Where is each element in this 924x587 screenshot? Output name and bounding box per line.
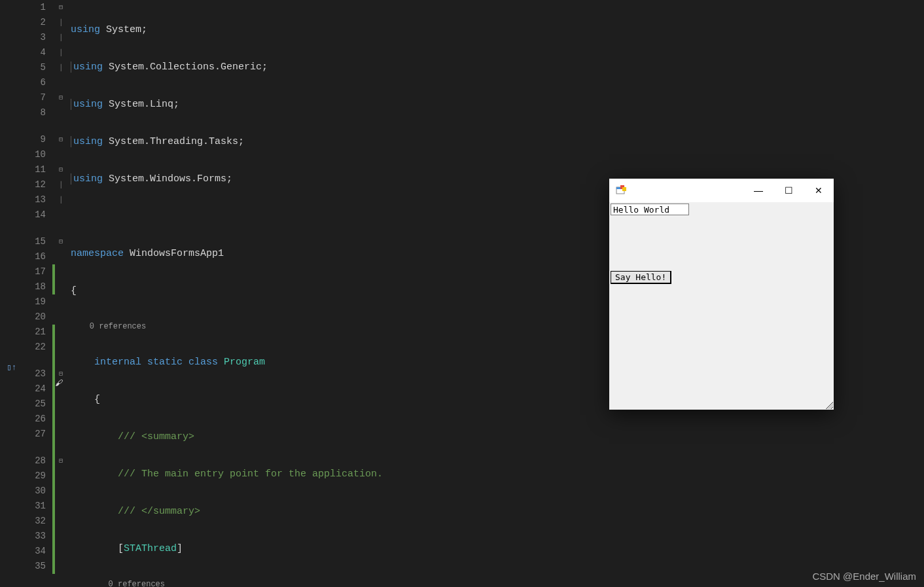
fold-toggle[interactable]: ⊟ (55, 454, 67, 469)
fold-toggle[interactable]: ⊟ (55, 234, 67, 249)
fold-toggle[interactable]: ⊟ (55, 0, 67, 15)
app-icon (616, 185, 626, 196)
fold-toggle[interactable]: ⊟ (55, 132, 67, 147)
resize-grip[interactable] (824, 400, 833, 409)
line-number-gutter: 1 2 3 4 5 6 7 8 9 10 11 12 13 14 15 16 1… (20, 0, 52, 587)
line-number: 1 (20, 0, 46, 15)
codelens-references[interactable]: 0 references (109, 580, 165, 587)
fold-toggle[interactable]: ⊟ (55, 90, 67, 105)
fold-toggle[interactable]: ⊟ (55, 162, 67, 177)
textbox-input[interactable]: Hello World (611, 204, 689, 215)
folding-gutter[interactable]: ⊟ ││││ ⊟ ⊟ ⊟ ││ ⊟ ⊟ ⊟ (55, 0, 67, 587)
watermark: CSDN @Ender_William (812, 571, 916, 582)
svg-rect-3 (622, 187, 626, 191)
codelens-references[interactable]: 0 references (90, 322, 146, 331)
tracking-icon[interactable]: ▯↑ (7, 362, 17, 372)
windows-form-window[interactable]: — ☐ ✕ Hello World Say Hello! (609, 179, 834, 410)
close-button[interactable]: ✕ (804, 179, 834, 202)
say-hello-button[interactable]: Say Hello! (611, 271, 671, 284)
quick-action-icon[interactable]: 🖌 (55, 378, 63, 388)
minimize-button[interactable]: — (743, 179, 773, 202)
maximize-button[interactable]: ☐ (773, 179, 804, 202)
titlebar[interactable]: — ☐ ✕ (609, 179, 834, 202)
